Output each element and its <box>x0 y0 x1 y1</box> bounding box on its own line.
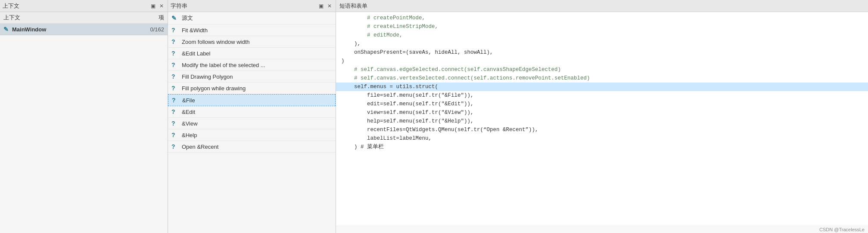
code-line: view=self.menu(self.tr("&View")), <box>336 108 868 117</box>
context-table: 上下文 项 ✎ MainWindow 0/162 <box>0 12 168 35</box>
code-line: ) <box>336 57 868 65</box>
string-list[interactable]: ✎源文?Fit &Width?Zoom follows window width… <box>168 12 336 233</box>
string-item[interactable]: ?Fit &Width <box>168 25 336 36</box>
question-icon: ? <box>171 108 178 115</box>
code-line: ), <box>336 40 868 48</box>
code-line: ) # 菜单栏 <box>336 143 868 151</box>
string-item-label: Fit &Width <box>182 27 208 34</box>
string-item[interactable]: ?&Edit Label <box>168 48 336 59</box>
code-line: # createLineStripMode, <box>336 22 868 31</box>
context-panel: 上下文 ▣ ✕ 上下文 项 ✎ MainWindow 0/162 <box>0 0 168 233</box>
string-item[interactable]: ?Modify the label of the selected ... <box>168 59 336 71</box>
code-content[interactable]: # createPointMode, # createLineStripMode… <box>336 12 868 226</box>
code-line: # self.canvas.edgeSelected.connect(self.… <box>336 65 868 74</box>
question-icon: ? <box>171 132 178 138</box>
context-row-mainwindow[interactable]: ✎ MainWindow 0/162 <box>0 24 168 35</box>
context-close-icon[interactable]: ✕ <box>158 3 165 9</box>
context-panel-header: 上下文 ▣ ✕ <box>0 0 168 12</box>
string-item-label: Open &Recent <box>182 144 218 150</box>
string-item[interactable]: ?&View <box>168 118 336 129</box>
string-item-label: &File <box>182 97 195 104</box>
context-row-count: 0/162 <box>150 26 164 33</box>
context-col-count: 项 <box>159 14 164 21</box>
question-icon: ? <box>172 97 179 104</box>
code-line: edit=self.menu(self.tr("&Edit")), <box>336 100 868 108</box>
string-item-label: &Help <box>182 132 197 138</box>
question-icon: ? <box>171 27 178 34</box>
string-item-label: &View <box>182 120 198 127</box>
code-line: # createPointMode, <box>336 14 868 22</box>
string-item-label: Fill polygon while drawing <box>182 85 246 92</box>
context-table-header: 上下文 项 <box>0 12 168 24</box>
code-line: labelList=labelMenu, <box>336 134 868 143</box>
code-line: help=self.menu(self.tr("&Help")), <box>336 117 868 126</box>
string-item-label: Zoom follows window width <box>182 39 250 45</box>
string-item[interactable]: ✎源文 <box>168 12 336 25</box>
question-icon: ? <box>171 50 178 57</box>
question-icon: ? <box>171 38 178 45</box>
code-line: file=self.menu(self.tr("&File")), <box>336 91 868 100</box>
string-panel-controls: ▣ ✕ <box>317 3 333 9</box>
string-item[interactable]: ?Open &Recent <box>168 141 336 153</box>
code-panel-header: 短语和表单 <box>336 0 868 12</box>
string-panel: 字符串 ▣ ✕ ✎源文?Fit &Width?Zoom follows wind… <box>168 0 336 233</box>
string-item-label: 源文 <box>182 14 193 22</box>
code-line: self.menus = utils.struct( <box>336 83 868 91</box>
code-line: # editMode, <box>336 31 868 40</box>
string-item[interactable]: ?&Edit <box>168 106 336 118</box>
question-icon: ? <box>171 143 178 150</box>
string-panel-header: 字符串 ▣ ✕ <box>168 0 336 12</box>
string-restore-icon[interactable]: ▣ <box>317 3 324 9</box>
code-line: onShapesPresent=(saveAs, hideAll, showAl… <box>336 48 868 57</box>
string-item[interactable]: ?Zoom follows window width <box>168 36 336 48</box>
context-row-name: MainWindow <box>12 26 150 33</box>
string-item-label: &Edit Label <box>182 50 211 57</box>
context-row-check-icon: ✎ <box>3 26 9 33</box>
string-item[interactable]: ?Fill Drawing Polygon <box>168 71 336 83</box>
question-icon: ? <box>171 61 178 68</box>
string-close-icon[interactable]: ✕ <box>326 3 333 9</box>
string-item-label: &Edit <box>182 109 195 115</box>
context-panel-controls: ▣ ✕ <box>149 3 165 9</box>
string-item[interactable]: ?&File <box>168 94 336 106</box>
context-col-name: 上下文 <box>3 14 159 21</box>
code-footer: CSDN @TracelessLe <box>336 226 868 233</box>
code-line: recentFiles=QtWidgets.QMenu(self.tr(“Ope… <box>336 126 868 134</box>
question-icon: ? <box>171 73 178 80</box>
string-item[interactable]: ?Fill polygon while drawing <box>168 83 336 94</box>
string-panel-title: 字符串 <box>171 2 187 10</box>
question-icon: ? <box>171 85 178 92</box>
question-icon: ? <box>171 120 178 127</box>
check-icon: ✎ <box>171 15 178 21</box>
code-footer-text: CSDN @TracelessLe <box>819 227 865 232</box>
string-item[interactable]: ?&Help <box>168 129 336 141</box>
string-item-label: Fill Drawing Polygon <box>182 74 233 80</box>
code-panel-title: 短语和表单 <box>339 2 367 10</box>
code-panel: 短语和表单 # createPointMode, # createLineStr… <box>336 0 868 233</box>
context-restore-icon[interactable]: ▣ <box>149 3 156 9</box>
string-item-label: Modify the label of the selected ... <box>182 62 265 68</box>
context-panel-title: 上下文 <box>3 2 19 10</box>
code-line: # self.canvas.vertexSelected.connect(sel… <box>336 74 868 83</box>
